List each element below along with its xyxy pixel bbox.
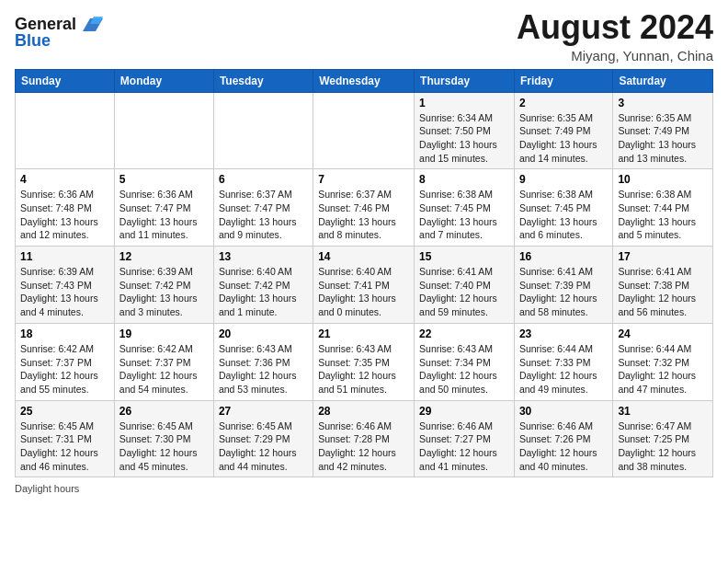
day-info: Sunrise: 6:46 AMSunset: 7:26 PMDaylight:… bbox=[519, 419, 608, 474]
day-number: 7 bbox=[318, 173, 409, 186]
day-info: Sunrise: 6:47 AMSunset: 7:25 PMDaylight:… bbox=[618, 419, 708, 474]
day-number: 11 bbox=[20, 250, 109, 263]
calendar-cell: 31Sunrise: 6:47 AMSunset: 7:25 PMDayligh… bbox=[613, 400, 713, 477]
title-block: August 2024 Miyang, Yunnan, China bbox=[517, 9, 713, 63]
day-number: 27 bbox=[219, 405, 308, 418]
calendar-cell: 4Sunrise: 6:36 AMSunset: 7:48 PMDaylight… bbox=[16, 169, 115, 247]
day-number: 18 bbox=[20, 327, 109, 340]
day-info: Sunrise: 6:44 AMSunset: 7:32 PMDaylight:… bbox=[618, 342, 708, 396]
col-header-monday: Monday bbox=[114, 69, 213, 92]
day-number: 19 bbox=[119, 327, 209, 340]
day-number: 24 bbox=[618, 327, 708, 340]
day-info: Sunrise: 6:41 AMSunset: 7:39 PMDaylight:… bbox=[519, 265, 608, 319]
day-number: 6 bbox=[219, 173, 308, 186]
calendar-header-row: SundayMondayTuesdayWednesdayThursdayFrid… bbox=[16, 69, 713, 92]
day-number: 12 bbox=[119, 250, 209, 263]
day-info: Sunrise: 6:39 AMSunset: 7:42 PMDaylight:… bbox=[119, 265, 209, 319]
day-info: Sunrise: 6:42 AMSunset: 7:37 PMDaylight:… bbox=[119, 342, 209, 396]
day-number: 16 bbox=[519, 250, 608, 263]
calendar-cell: 24Sunrise: 6:44 AMSunset: 7:32 PMDayligh… bbox=[613, 323, 713, 400]
calendar-cell: 10Sunrise: 6:38 AMSunset: 7:44 PMDayligh… bbox=[613, 169, 713, 247]
col-header-sunday: Sunday bbox=[16, 69, 115, 92]
day-number: 23 bbox=[519, 327, 608, 340]
svg-marker-1 bbox=[90, 17, 103, 24]
day-number: 29 bbox=[419, 405, 509, 418]
day-info: Sunrise: 6:34 AMSunset: 7:50 PMDaylight:… bbox=[419, 111, 509, 166]
day-info: Sunrise: 6:45 AMSunset: 7:29 PMDaylight:… bbox=[219, 419, 308, 474]
header: General Blue August 2024 Miyang, Yunnan,… bbox=[15, 9, 713, 63]
day-info: Sunrise: 6:43 AMSunset: 7:34 PMDaylight:… bbox=[419, 342, 509, 396]
calendar-cell: 23Sunrise: 6:44 AMSunset: 7:33 PMDayligh… bbox=[514, 323, 612, 400]
calendar-cell bbox=[16, 92, 115, 169]
day-number: 22 bbox=[419, 327, 509, 340]
day-number: 25 bbox=[20, 405, 109, 418]
day-info: Sunrise: 6:37 AMSunset: 7:47 PMDaylight:… bbox=[219, 188, 308, 242]
day-info: Sunrise: 6:46 AMSunset: 7:27 PMDaylight:… bbox=[419, 419, 509, 474]
day-info: Sunrise: 6:43 AMSunset: 7:35 PMDaylight:… bbox=[318, 342, 409, 396]
col-header-saturday: Saturday bbox=[613, 69, 713, 92]
calendar-cell: 27Sunrise: 6:45 AMSunset: 7:29 PMDayligh… bbox=[213, 400, 313, 477]
calendar-cell: 9Sunrise: 6:38 AMSunset: 7:45 PMDaylight… bbox=[514, 169, 612, 247]
day-info: Sunrise: 6:42 AMSunset: 7:37 PMDaylight:… bbox=[20, 342, 109, 396]
day-number: 20 bbox=[219, 327, 308, 340]
calendar-cell: 1Sunrise: 6:34 AMSunset: 7:50 PMDaylight… bbox=[415, 92, 515, 169]
col-header-thursday: Thursday bbox=[415, 69, 515, 92]
day-number: 5 bbox=[119, 173, 209, 186]
day-number: 31 bbox=[618, 405, 708, 418]
calendar-cell: 8Sunrise: 6:38 AMSunset: 7:45 PMDaylight… bbox=[415, 169, 515, 247]
calendar-cell: 30Sunrise: 6:46 AMSunset: 7:26 PMDayligh… bbox=[514, 400, 612, 477]
day-info: Sunrise: 6:36 AMSunset: 7:48 PMDaylight:… bbox=[20, 188, 109, 242]
calendar-cell: 28Sunrise: 6:46 AMSunset: 7:28 PMDayligh… bbox=[313, 400, 415, 477]
calendar-week-row: 4Sunrise: 6:36 AMSunset: 7:48 PMDaylight… bbox=[16, 169, 713, 247]
day-number: 8 bbox=[419, 173, 509, 186]
calendar-cell: 14Sunrise: 6:40 AMSunset: 7:41 PMDayligh… bbox=[313, 247, 415, 324]
day-info: Sunrise: 6:46 AMSunset: 7:28 PMDaylight:… bbox=[318, 419, 409, 474]
logo-icon bbox=[79, 11, 103, 35]
page: General Blue August 2024 Miyang, Yunnan,… bbox=[0, 0, 728, 563]
day-number: 17 bbox=[618, 250, 708, 263]
calendar-cell: 11Sunrise: 6:39 AMSunset: 7:43 PMDayligh… bbox=[16, 247, 115, 324]
day-info: Sunrise: 6:39 AMSunset: 7:43 PMDaylight:… bbox=[20, 265, 109, 319]
calendar-table: SundayMondayTuesdayWednesdayThursdayFrid… bbox=[15, 69, 713, 478]
day-number: 4 bbox=[20, 173, 109, 186]
calendar-cell: 29Sunrise: 6:46 AMSunset: 7:27 PMDayligh… bbox=[415, 400, 515, 477]
day-info: Sunrise: 6:40 AMSunset: 7:42 PMDaylight:… bbox=[219, 265, 308, 319]
calendar-week-row: 1Sunrise: 6:34 AMSunset: 7:50 PMDaylight… bbox=[16, 92, 713, 169]
day-number: 14 bbox=[318, 250, 409, 263]
logo: General Blue bbox=[15, 13, 103, 51]
day-info: Sunrise: 6:38 AMSunset: 7:44 PMDaylight:… bbox=[618, 188, 708, 242]
day-info: Sunrise: 6:36 AMSunset: 7:47 PMDaylight:… bbox=[119, 188, 209, 242]
calendar-cell: 12Sunrise: 6:39 AMSunset: 7:42 PMDayligh… bbox=[114, 247, 213, 324]
col-header-wednesday: Wednesday bbox=[313, 69, 415, 92]
day-number: 10 bbox=[618, 173, 708, 186]
calendar-cell: 16Sunrise: 6:41 AMSunset: 7:39 PMDayligh… bbox=[514, 247, 612, 324]
calendar-cell: 3Sunrise: 6:35 AMSunset: 7:49 PMDaylight… bbox=[613, 92, 713, 169]
day-info: Sunrise: 6:35 AMSunset: 7:49 PMDaylight:… bbox=[519, 111, 608, 166]
day-number: 21 bbox=[318, 327, 409, 340]
day-number: 1 bbox=[419, 97, 509, 109]
day-info: Sunrise: 6:35 AMSunset: 7:49 PMDaylight:… bbox=[618, 111, 708, 166]
col-header-tuesday: Tuesday bbox=[213, 69, 313, 92]
calendar-cell: 25Sunrise: 6:45 AMSunset: 7:31 PMDayligh… bbox=[16, 400, 115, 477]
day-info: Sunrise: 6:38 AMSunset: 7:45 PMDaylight:… bbox=[419, 188, 509, 242]
col-header-friday: Friday bbox=[514, 69, 612, 92]
calendar-cell: 21Sunrise: 6:43 AMSunset: 7:35 PMDayligh… bbox=[313, 323, 415, 400]
day-number: 3 bbox=[618, 97, 708, 109]
calendar-cell: 13Sunrise: 6:40 AMSunset: 7:42 PMDayligh… bbox=[213, 247, 313, 324]
day-number: 15 bbox=[419, 250, 509, 263]
day-number: 30 bbox=[519, 405, 608, 418]
calendar-cell: 15Sunrise: 6:41 AMSunset: 7:40 PMDayligh… bbox=[415, 247, 515, 324]
day-number: 9 bbox=[519, 173, 608, 186]
day-info: Sunrise: 6:43 AMSunset: 7:36 PMDaylight:… bbox=[219, 342, 308, 396]
day-info: Sunrise: 6:38 AMSunset: 7:45 PMDaylight:… bbox=[519, 188, 608, 242]
day-info: Sunrise: 6:41 AMSunset: 7:38 PMDaylight:… bbox=[618, 265, 708, 319]
calendar-cell: 18Sunrise: 6:42 AMSunset: 7:37 PMDayligh… bbox=[16, 323, 115, 400]
calendar-cell bbox=[313, 92, 415, 169]
month-title: August 2024 bbox=[517, 9, 713, 46]
day-info: Sunrise: 6:45 AMSunset: 7:31 PMDaylight:… bbox=[20, 419, 109, 474]
calendar-cell: 2Sunrise: 6:35 AMSunset: 7:49 PMDaylight… bbox=[514, 92, 612, 169]
calendar-week-row: 18Sunrise: 6:42 AMSunset: 7:37 PMDayligh… bbox=[16, 323, 713, 400]
calendar-cell: 5Sunrise: 6:36 AMSunset: 7:47 PMDaylight… bbox=[114, 169, 213, 247]
day-info: Sunrise: 6:37 AMSunset: 7:46 PMDaylight:… bbox=[318, 188, 409, 242]
calendar-cell: 26Sunrise: 6:45 AMSunset: 7:30 PMDayligh… bbox=[114, 400, 213, 477]
